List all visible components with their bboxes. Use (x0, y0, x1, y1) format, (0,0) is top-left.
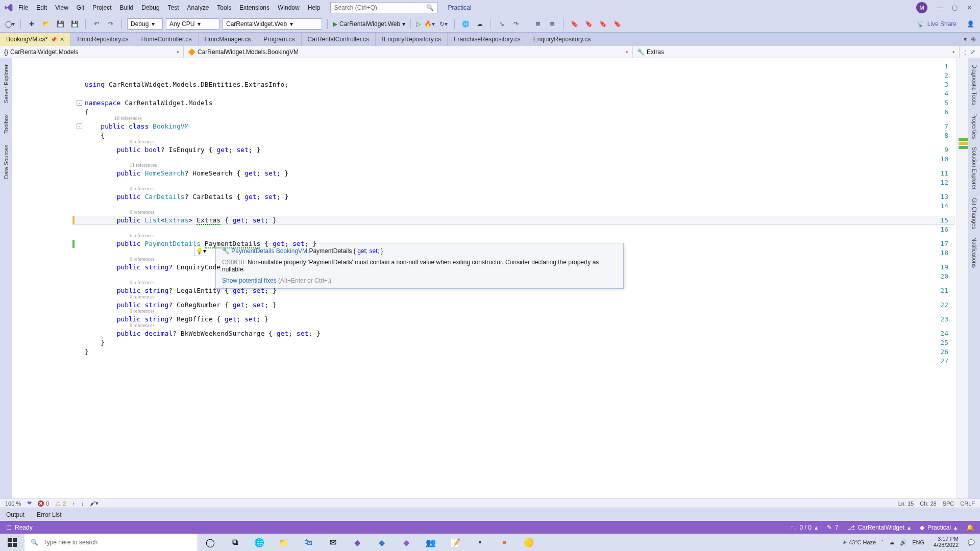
git-pending[interactable]: ✎ 7 (827, 524, 839, 531)
code-editor[interactable]: 💡▾ 🔧 PaymentDetails BookingVM.PaymentDet… (12, 58, 968, 498)
nav-up-button[interactable]: ↑ (72, 500, 75, 507)
close-tab-button[interactable]: ✕ (60, 36, 64, 43)
expand-editor-button[interactable]: ⤢ (970, 48, 975, 56)
menu-git[interactable]: Git (72, 2, 88, 13)
document-tab[interactable]: IEnquiryRepository.cs (376, 33, 448, 46)
startup-project-dropdown[interactable]: CarRentalWidget.Web▾ (223, 18, 322, 30)
error-count[interactable]: ✖0 (38, 500, 49, 507)
chrome-icon[interactable]: 🟡 (517, 534, 541, 551)
tool-window-tab[interactable]: Toolbox (3, 111, 9, 137)
tool-window-tab[interactable]: Git Changes (971, 195, 977, 232)
breadcrumb-class[interactable]: 🔶 CarRentalWidget.Models.BookingVM ▾ (184, 46, 633, 58)
undo-button[interactable]: ↶ (91, 18, 102, 30)
tool-window-tab[interactable]: Server Explorer (3, 61, 9, 106)
save-all-button[interactable]: 💾 (69, 18, 80, 30)
weather-widget[interactable]: ☀ 43°C Haze (842, 539, 876, 546)
menu-analyze[interactable]: Analyze (183, 2, 213, 13)
bookmark-button[interactable]: 🔖 (569, 18, 580, 30)
action-center-icon[interactable]: 💬 (968, 539, 975, 546)
menu-build[interactable]: Build (116, 2, 138, 13)
tool-window-tab[interactable]: Diagnostic Tools (971, 61, 977, 108)
document-tab[interactable]: HmrcManager.cs (199, 33, 258, 46)
bookmark-clear-button[interactable]: 🔖 (611, 18, 623, 30)
tool-window-tab[interactable]: Data Sources (3, 142, 9, 182)
nav-back-button[interactable]: ◯▾ (4, 18, 15, 30)
start-without-debugging-button[interactable]: ▷ (416, 20, 421, 28)
postman-icon[interactable]: ● (492, 534, 517, 551)
code-line[interactable]: public bool? IsEnquiry { get; set; } (85, 146, 260, 154)
git-repo[interactable]: ⎇ CarRentalWidget ▴ (848, 524, 911, 531)
store-icon[interactable]: 🛍 (296, 534, 321, 551)
fold-toggle[interactable]: - (77, 123, 82, 129)
live-share-button[interactable]: 📡 Live Share (917, 20, 957, 28)
tab-add-button[interactable]: ⊕ (971, 36, 976, 43)
codelens-link[interactable]: 6 references (130, 233, 155, 238)
document-tab[interactable]: CarRentalController.cs (302, 33, 376, 46)
bookmark-prev-button[interactable]: 🔖 (597, 18, 608, 30)
platform-dropdown[interactable]: Any CPU▾ (166, 18, 219, 30)
taskview-icon[interactable]: ⧉ (223, 534, 247, 551)
zoom-level[interactable]: 100 % (5, 500, 21, 507)
config-dropdown[interactable]: Debug▾ (127, 18, 163, 30)
warning-count[interactable]: ⚠2 (55, 500, 66, 507)
git-branch[interactable]: ◆ Practical ▴ (920, 524, 957, 531)
code-line[interactable]: public string? RegOffice { get; set; } (85, 315, 268, 323)
code-line[interactable]: using CarRentalWidget.Models.DBEntities.… (85, 81, 288, 88)
codelens-link[interactable]: 0 references (130, 322, 155, 328)
code-line[interactable]: public string? EnquiryCode (85, 263, 220, 271)
menu-window[interactable]: Window (274, 2, 304, 13)
panel-tab[interactable]: Output (0, 508, 31, 521)
feedback-button[interactable]: 👤 (965, 18, 976, 30)
onedrive-icon[interactable]: ☁ (889, 539, 895, 546)
vertical-scrollbar[interactable] (957, 58, 968, 498)
publish-button[interactable]: ☁ (474, 18, 485, 30)
git-sync[interactable]: ↑↓ 0 / 0 ▴ (791, 524, 818, 531)
menu-debug[interactable]: Debug (137, 2, 163, 13)
code-line[interactable]: public string? CoRegNumber { get; set; } (85, 301, 277, 309)
taskbar-search[interactable]: 🔍 Type here to search (24, 534, 198, 551)
indent-button[interactable]: ≣ (532, 18, 544, 30)
code-line[interactable]: } (85, 339, 105, 346)
refresh-button[interactable]: ↻▾ (438, 18, 449, 30)
menu-extensions[interactable]: Extensions (235, 2, 274, 13)
cortana-icon[interactable]: ◯ (198, 534, 223, 551)
quick-search-input[interactable]: Search (Ctrl+Q) 🔍 (330, 2, 437, 13)
close-button[interactable]: ✕ (967, 4, 972, 11)
user-avatar[interactable]: M (916, 2, 927, 13)
codelens-link[interactable]: 0 references (130, 308, 155, 314)
step-into-button[interactable]: ↘ (496, 18, 507, 30)
code-line[interactable]: public HomeSearch? HomeSearch { get; set… (85, 169, 288, 177)
run-button[interactable]: ▶CarRentalWidget.Web ▾ (333, 20, 405, 28)
document-tab[interactable]: Program.cs (257, 33, 301, 46)
step-over-button[interactable]: ↷ (510, 18, 522, 30)
hot-reload-button[interactable]: 🔥▾ (424, 18, 435, 30)
tool-window-tab[interactable]: Solution Explorer (971, 144, 977, 193)
menu-tools[interactable]: Tools (213, 2, 235, 13)
minimize-button[interactable]: — (937, 4, 943, 11)
code-line[interactable]: public List<Extras> Extras { get; set; } (85, 216, 277, 224)
pin-icon[interactable]: 📌 (51, 37, 57, 42)
document-tab[interactable]: EnquiryRepository.cs (527, 33, 598, 46)
open-file-button[interactable]: 📂 (40, 18, 52, 30)
split-editor-button[interactable]: ⫿ (964, 48, 967, 56)
tray-overflow[interactable]: ˄ (881, 539, 884, 546)
health-icon[interactable]: ❤ (27, 500, 32, 507)
tool-window-tab[interactable]: Properties (971, 110, 977, 142)
redo-button[interactable]: ↷ (105, 18, 116, 30)
language-indicator[interactable]: ENG (912, 539, 924, 545)
indent-mode[interactable]: SPC (943, 500, 954, 507)
codelens-link[interactable]: 0 references (130, 294, 155, 299)
codelens-link[interactable]: 16 references (114, 115, 142, 121)
line-ending-mode[interactable]: CRLF (960, 500, 975, 507)
start-button[interactable] (0, 534, 24, 551)
panel-tab[interactable]: Error List (31, 508, 68, 521)
menu-edit[interactable]: Edit (32, 2, 51, 13)
solution-name[interactable]: Practical (448, 4, 471, 11)
notes-icon[interactable]: 📝 (443, 534, 468, 551)
mail-icon[interactable]: ✉ (321, 534, 345, 551)
tool-window-tab[interactable]: Notifications (971, 234, 977, 271)
notifications-button[interactable]: 🔔 (966, 524, 974, 531)
code-line[interactable]: public string? LegalEntity { get; set; } (85, 287, 277, 294)
code-line[interactable]: public class BookingVM (85, 122, 189, 130)
code-line[interactable]: public PaymentDetails PaymentDetails { g… (85, 240, 316, 247)
